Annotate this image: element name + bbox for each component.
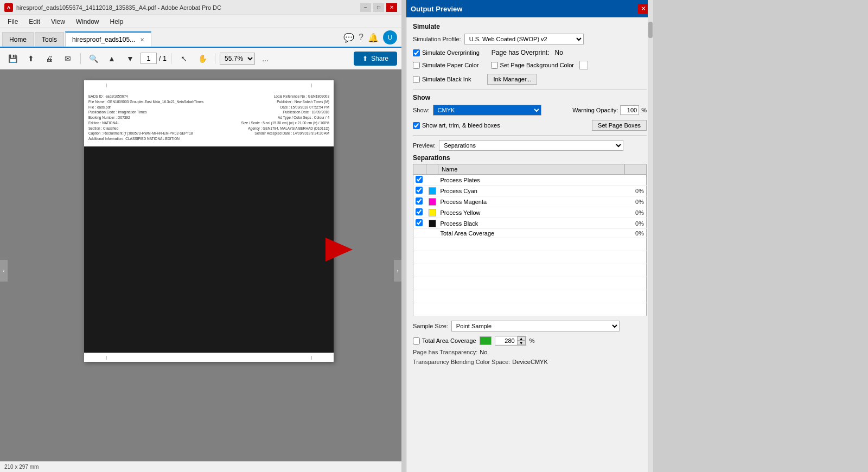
menu-bar: File Edit View Window Help [0,15,401,28]
save-button[interactable]: 💾 [4,51,21,66]
sep-check-plates[interactable] [416,176,423,183]
margin-mark-right: | [311,82,312,87]
warning-opacity-label: Warning Opacity: [572,107,618,113]
zoom-select[interactable]: 55.7% [220,53,255,65]
simulate-paper-color-checkbox[interactable] [413,62,420,69]
tac-up-button[interactable]: ▲ [517,336,526,341]
menu-file[interactable]: File [2,17,23,27]
tac-checkbox-label[interactable]: Total Area Coverage [413,337,476,345]
sample-size-select[interactable]: Point Sample [451,321,620,331]
page-separator: / [159,55,161,62]
simulate-overprinting-row: Simulate Overprinting Page has Overprint… [413,49,647,56]
sep-row-empty-1 [413,238,647,251]
panel-title: Output Preview [411,5,462,13]
art-trim-checkbox-label[interactable]: Show art, trim, & bleed boxes [413,122,500,129]
panel-close-button[interactable]: ✕ [638,4,649,14]
sep-check-black[interactable] [416,219,423,226]
art-trim-row: Show art, trim, & bleed boxes Set Page B… [413,120,647,131]
panel-scrollbar-thumb[interactable] [648,22,653,38]
prev-page-button[interactable]: ▲ [104,51,120,66]
sep-pct-plates [625,175,647,186]
page-overprint-value: No [555,49,563,56]
scroll-left-button[interactable]: ‹ [0,260,8,282]
help-icon[interactable]: ? [359,33,363,42]
page-container: | | EADS ID : eads/1055674 File Name : G… [33,80,385,456]
sep-swatch-yellow [429,209,436,216]
sep-name-tac: Total Area Coverage [438,229,625,238]
toolbar-sep-3 [215,53,215,64]
menu-window[interactable]: Window [71,17,105,27]
sep-pct-black: 0% [625,218,647,229]
paper-color-row: Simulate Paper Color Set Page Background… [413,61,647,69]
more-tools-button[interactable]: ... [257,51,273,66]
search-button[interactable]: 🔍 [85,51,101,66]
tab-icons: 💬 ? 🔔 U [343,30,401,47]
sep-name-magenta: Process Magenta [438,196,625,207]
close-button[interactable]: ✕ [386,3,397,12]
sep-col-check [413,164,426,175]
art-trim-checkbox[interactable] [413,122,420,129]
print-button[interactable]: 🖨 [41,51,58,66]
tab-close-icon[interactable]: ✕ [140,37,144,43]
sep-check-yellow[interactable] [416,208,423,215]
maximize-button[interactable]: □ [373,3,384,12]
page-dimensions: 210 x 297 mm [4,464,39,470]
menu-view[interactable]: View [46,17,71,27]
simulate-black-ink-checkbox[interactable] [413,76,420,83]
simulate-paper-color-label[interactable]: Simulate Paper Color [413,62,479,69]
menu-edit[interactable]: Edit [23,17,46,27]
ink-manager-button[interactable]: Ink Manager... [487,74,537,85]
sep-row-empty-3 [413,264,647,277]
tab-tools[interactable]: Tools [35,32,64,47]
sep-check-magenta[interactable] [416,197,423,205]
tac-checkbox[interactable] [413,337,420,345]
share-button[interactable]: ⬆ Share [354,52,397,66]
margin-mark-br: | [311,355,312,360]
simulate-overprinting-checkbox[interactable] [413,49,420,56]
page-black-content [84,146,334,353]
sep-check-cyan[interactable] [416,187,423,194]
preview-select[interactable]: Separations [439,140,623,151]
tac-value-input[interactable] [495,337,517,345]
menu-help[interactable]: Help [105,17,129,27]
bg-color-swatch[interactable] [579,61,588,69]
tac-color-swatch[interactable] [480,336,492,345]
margin-mark-left: | [106,82,107,87]
page-margin-bottom: | | [84,353,334,362]
set-page-bg-color-checkbox[interactable] [491,62,498,69]
tab-home[interactable]: Home [2,32,34,47]
email-button[interactable]: ✉ [60,51,76,66]
upload-button[interactable]: ⬆ [23,51,39,66]
preview-row: Preview: Separations [413,140,647,151]
sep-pct-tac: 0% [625,229,647,238]
panel-body: Simulate Simulation Profile: U.S. Web Co… [406,17,653,371]
scroll-right-button[interactable]: › [394,260,401,282]
set-page-bg-color-label[interactable]: Set Page Background Color [491,62,574,69]
show-section-label: Show [413,94,647,101]
page-input[interactable] [141,53,157,64]
separations-table: Name Process Plates Process Cyan 0% [413,164,647,316]
hand-tool[interactable]: ✋ [194,51,210,66]
tab-bar: Home Tools hiresproof_eads105... ✕ 💬 ? 🔔… [0,28,401,48]
tac-down-button[interactable]: ▼ [517,341,526,345]
next-page-button[interactable]: ▼ [122,51,138,66]
sep-swatch-cyan [429,187,436,195]
set-page-boxes-button[interactable]: Set Page Boxes [592,120,647,131]
panel-scrollbar[interactable] [648,0,653,472]
warning-opacity-input[interactable] [620,105,639,115]
document-page: | | EADS ID : eads/1055674 File Name : G… [84,80,334,362]
notification-icon[interactable]: 🔔 [368,33,379,43]
simulate-black-ink-label[interactable]: Simulate Black Ink [413,76,471,83]
tab-document[interactable]: hiresproof_eads105... ✕ [65,31,151,47]
comment-icon[interactable]: 💬 [343,33,354,43]
tac-spinner[interactable]: ▲ ▼ [517,336,526,345]
document-area: ‹ › | | EADS ID : eads/1055674 File Name… [0,69,401,472]
toolbar-sep-2 [171,53,171,64]
cursor-tool[interactable]: ↖ [176,51,192,66]
app-icon: A [4,3,13,12]
user-avatar[interactable]: U [383,30,397,44]
simulate-overprinting-checkbox-label[interactable]: Simulate Overprinting [413,49,480,56]
show-select[interactable]: CMYK [433,105,541,116]
minimize-button[interactable]: − [360,3,371,12]
simulation-profile-select[interactable]: U.S. Web Coated (SWOP) v2 [464,34,584,44]
